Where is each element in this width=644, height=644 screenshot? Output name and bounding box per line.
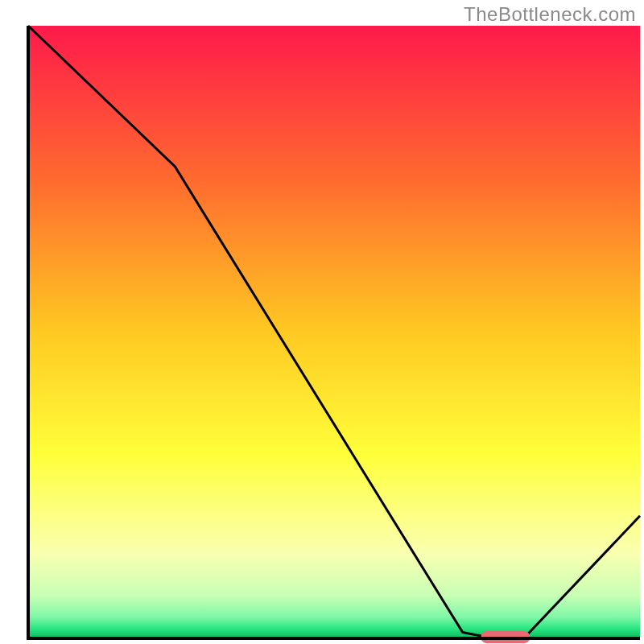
attribution-label: TheBottleneck.com: [464, 3, 636, 26]
chart-container: TheBottleneck.com: [0, 0, 644, 644]
bottleneck-chart: [0, 0, 644, 644]
plot-background: [28, 26, 640, 638]
